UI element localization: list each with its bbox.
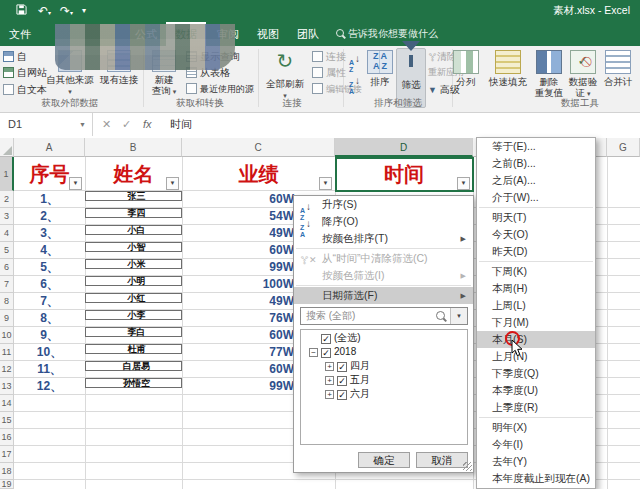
flash-fill-icon <box>495 50 521 74</box>
row-header[interactable]: 18 <box>0 463 14 480</box>
from-access-button[interactable]: 自 <box>3 49 27 64</box>
filter-dropdown-num[interactable]: ▼ <box>69 177 82 190</box>
submenu-arrow-icon: ▶ <box>461 230 466 247</box>
tab-team[interactable]: 团队 <box>290 22 326 46</box>
collapse-icon[interactable]: − <box>309 348 318 357</box>
name-box[interactable]: D1▼ <box>0 113 93 136</box>
date-filter-year-to-date[interactable]: 本年度截止到现在(A) <box>477 470 595 487</box>
date-filter-equals[interactable]: 等于(E)... <box>477 138 595 155</box>
column-header-d[interactable]: D <box>335 138 473 157</box>
search-dropdown-icon[interactable]: ▼ <box>450 308 467 324</box>
header-cell-perf[interactable]: 业绩 <box>182 157 335 191</box>
menu-item-sort-descending[interactable]: ZA↓ 降序(O) <box>294 213 473 230</box>
qat-customize-icon[interactable]: ▾ <box>82 3 86 19</box>
connections-button[interactable]: 连接 <box>312 49 346 64</box>
row-header[interactable]: 19 <box>0 480 14 489</box>
select-all-corner[interactable] <box>0 138 14 157</box>
menu-item-clear-filter[interactable]: 🝖✕ 从“时间”中清除筛选(C) <box>294 250 473 267</box>
date-filter-last-quarter[interactable]: 上季度(R) <box>477 399 595 416</box>
expand-icon[interactable]: + <box>325 362 334 371</box>
enter-entry-icon[interactable]: ✓ <box>122 113 131 136</box>
date-filter-next-quarter[interactable]: 下季度(Q) <box>477 365 595 382</box>
formula-bar-value[interactable]: 时间 <box>170 113 192 136</box>
date-filter-last-month[interactable]: 上月(N) <box>477 348 595 365</box>
date-filter-after[interactable]: 之后(A)... <box>477 172 595 189</box>
name-box-dropdown-icon[interactable]: ▼ <box>79 113 86 136</box>
text-to-columns-button[interactable]: 分列 <box>450 48 482 108</box>
group-label-sort-filter: 排序和筛选 <box>348 97 448 110</box>
tab-view[interactable]: 视图 <box>250 22 286 46</box>
cancel-entry-icon[interactable]: ✕ <box>102 113 111 136</box>
tree-item-april[interactable]: +✓四月 <box>325 359 467 372</box>
tab-file[interactable]: 文件 <box>0 22 40 46</box>
date-filter-next-week[interactable]: 下周(K) <box>477 263 595 280</box>
from-text-button[interactable]: 自文本 <box>3 82 47 97</box>
sort-desc-button[interactable]: ZA↓ <box>349 73 360 88</box>
checkbox-checked-icon: ✓ <box>337 376 347 386</box>
group-label-connections: 连接 <box>262 97 322 110</box>
column-header-a[interactable]: A <box>14 138 85 157</box>
expand-icon[interactable]: + <box>325 376 334 385</box>
clear-filter-icon: 🝖✕ <box>300 252 318 265</box>
date-filter-next-month[interactable]: 下月(M) <box>477 314 595 331</box>
save-icon[interactable] <box>16 3 27 19</box>
submenu-arrow-icon: ▶ <box>461 267 466 284</box>
tree-item-2018[interactable]: −✓2018 <box>309 345 467 358</box>
insert-function-icon[interactable]: fx <box>143 113 152 136</box>
date-filter-this-week[interactable]: 本周(H) <box>477 280 595 297</box>
formula-bar: D1▼ ✕ ✓ fx 时间 <box>0 113 640 138</box>
filter-dropdown-name[interactable]: ▼ <box>166 177 179 190</box>
row-header[interactable]: 17 <box>0 446 14 463</box>
properties-button[interactable]: 属性 <box>312 65 346 80</box>
text-file-icon <box>3 84 14 95</box>
menu-item-filter-by-color[interactable]: 按颜色筛选(I)▶ <box>294 267 473 284</box>
resize-grip[interactable] <box>463 462 472 471</box>
date-filter-before[interactable]: 之前(B)... <box>477 155 595 172</box>
search-placeholder: 搜索 (全部) <box>306 308 355 324</box>
tree-item-june[interactable]: +✓六月 <box>325 387 467 400</box>
tree-item-select-all[interactable]: ✓(全选) <box>321 331 467 344</box>
consolidate-icon <box>605 50 631 74</box>
date-filter-yesterday[interactable]: 昨天(D) <box>477 243 595 260</box>
date-filter-this-quarter[interactable]: 本季度(U) <box>477 382 595 399</box>
column-header-g[interactable]: G <box>607 138 640 157</box>
menu-item-sort-by-color[interactable]: 按颜色排序(T)▶ <box>294 230 473 247</box>
tree-item-may[interactable]: +✓五月 <box>325 373 467 386</box>
checkbox-checked-icon: ✓ <box>337 362 347 372</box>
flash-fill-button[interactable]: 快速填充 <box>486 48 530 108</box>
menu-item-date-filters[interactable]: 日期筛选(F)▶ <box>294 287 473 304</box>
window-title: 素材.xlsx - Excel <box>553 4 630 18</box>
redo-icon[interactable]: ↷▾ <box>60 3 73 21</box>
date-filter-today[interactable]: 今天(O) <box>477 226 595 243</box>
date-filter-this-month[interactable]: 本月(S) <box>477 331 595 348</box>
recent-sources-button[interactable]: 最近使用的源 <box>186 82 254 97</box>
sort-asc-button[interactable]: AZ↓ <box>349 51 360 66</box>
undo-icon[interactable]: ↶▾ <box>38 3 51 21</box>
date-filter-tomorrow[interactable]: 明天(T) <box>477 209 595 226</box>
expand-icon[interactable]: + <box>325 390 334 399</box>
recent-icon <box>186 83 197 94</box>
date-filter-last-week[interactable]: 上周(L) <box>477 297 595 314</box>
group-label-data-tools: 数据工具 <box>530 97 630 110</box>
date-filter-last-year[interactable]: 去年(Y) <box>477 453 595 470</box>
tell-me-search[interactable]: 告诉我你想要做什么 <box>336 22 438 46</box>
row-header[interactable]: 14 <box>0 395 14 412</box>
row-header[interactable]: 15 <box>0 412 14 429</box>
group-label-transform: 获取和转换 <box>150 97 250 110</box>
submenu-arrow-icon: ▶ <box>461 287 466 304</box>
properties-icon <box>312 67 323 78</box>
column-header-b[interactable]: B <box>85 138 182 157</box>
from-web-button[interactable]: 自网站 <box>3 65 47 80</box>
cancel-button[interactable]: 取消 <box>416 452 468 468</box>
date-filter-next-year[interactable]: 明年(X) <box>477 419 595 436</box>
date-filter-between[interactable]: 介于(W)... <box>477 189 595 206</box>
filter-search-box[interactable]: 搜索 (全部) ▼ <box>300 307 468 325</box>
menu-item-sort-ascending[interactable]: AZ↓ 升序(S) <box>294 196 473 213</box>
row-header-1[interactable]: 1 <box>0 157 14 191</box>
ok-button[interactable]: 确定 <box>358 452 410 468</box>
filter-dropdown-perf[interactable]: ▼ <box>319 177 332 190</box>
checkbox-checked-icon: ✓ <box>321 334 331 344</box>
column-header-c[interactable]: C <box>182 138 335 157</box>
date-filter-this-year[interactable]: 今年(I) <box>477 436 595 453</box>
row-header[interactable]: 16 <box>0 429 14 446</box>
